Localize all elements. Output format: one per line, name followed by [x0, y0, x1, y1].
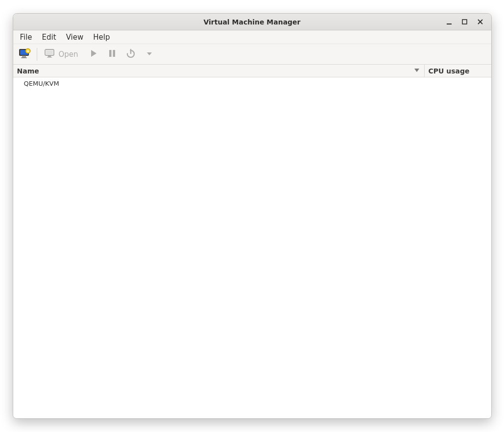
menu-bar: File Edit View Help [13, 30, 491, 44]
sort-indicator-icon [414, 68, 420, 73]
connection-name: QEMU/KVM [13, 80, 425, 87]
title-bar: Virtual Machine Manager [13, 14, 491, 30]
menu-file[interactable]: File [15, 31, 37, 43]
open-button-label: Open [59, 50, 78, 59]
column-header-cpu[interactable]: CPU usage [425, 65, 491, 77]
new-vm-button[interactable] [16, 47, 33, 62]
maximize-button[interactable] [457, 15, 473, 29]
menu-edit[interactable]: Edit [37, 31, 61, 43]
svg-line-3 [478, 20, 482, 24]
shutdown-menu-button[interactable] [141, 47, 158, 62]
svg-rect-10 [45, 49, 54, 55]
menu-help[interactable]: Help [88, 31, 115, 43]
power-icon [126, 48, 136, 60]
svg-rect-6 [22, 56, 26, 57]
pause-button[interactable] [104, 47, 120, 62]
close-icon [478, 19, 483, 24]
svg-rect-15 [109, 50, 112, 57]
chevron-down-icon [146, 49, 152, 59]
svg-line-2 [478, 20, 482, 24]
new-vm-icon [18, 48, 31, 61]
column-header-name-label: Name [17, 67, 39, 75]
svg-rect-13 [47, 57, 52, 58]
window-controls [441, 15, 488, 29]
maximize-icon [462, 19, 467, 24]
app-window: Virtual Machine Manager File Edi [13, 13, 492, 419]
run-button[interactable] [85, 47, 102, 62]
shutdown-button[interactable] [122, 47, 139, 62]
svg-point-17 [126, 49, 135, 58]
svg-marker-9 [26, 49, 29, 52]
pause-icon [108, 49, 116, 60]
svg-rect-16 [113, 50, 115, 57]
minimize-icon [446, 19, 452, 25]
column-headers: Name CPU usage [13, 65, 491, 77]
svg-marker-14 [91, 50, 96, 57]
svg-marker-19 [147, 52, 152, 55]
svg-rect-1 [462, 20, 467, 24]
close-button[interactable] [473, 15, 488, 29]
svg-rect-7 [21, 57, 27, 58]
play-icon [89, 49, 98, 60]
open-button[interactable]: Open [41, 47, 83, 62]
vm-list[interactable]: QEMU/KVM [13, 77, 491, 418]
svg-rect-0 [447, 24, 452, 24]
svg-point-8 [25, 48, 30, 53]
monitor-icon [44, 48, 56, 60]
svg-rect-12 [48, 56, 51, 57]
toolbar-separator [37, 48, 37, 61]
menu-view[interactable]: View [61, 31, 89, 43]
column-header-cpu-label: CPU usage [429, 67, 470, 75]
svg-rect-5 [20, 50, 28, 55]
minimize-button[interactable] [441, 15, 457, 29]
toolbar: Open [13, 44, 491, 65]
svg-rect-4 [19, 49, 29, 56]
column-header-name[interactable]: Name [13, 65, 425, 77]
window-title: Virtual Machine Manager [13, 18, 491, 26]
svg-marker-20 [414, 69, 419, 72]
list-item[interactable]: QEMU/KVM [13, 77, 491, 89]
svg-rect-11 [46, 50, 53, 54]
